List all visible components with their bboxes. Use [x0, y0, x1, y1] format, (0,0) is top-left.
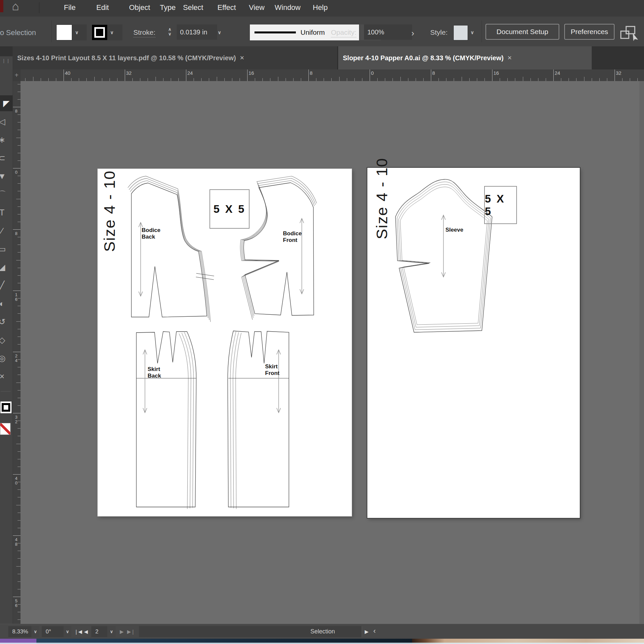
ruler-tick — [347, 78, 347, 81]
tab-title[interactable]: Sloper 4-10 Papper A0.ai @ 8.33 % (CMYK/… — [343, 54, 504, 62]
menu-view[interactable]: View — [249, 0, 264, 17]
menu-object[interactable]: Object — [129, 0, 150, 17]
first-artboard-icon[interactable]: ❘◀ — [74, 626, 82, 637]
stroke-color-control[interactable]: ∨ — [92, 24, 122, 40]
horizontal-ruler[interactable]: 40322416808162432 — [21, 69, 644, 81]
stepper-down-icon[interactable]: ∨ — [164, 32, 175, 36]
menu-effect[interactable]: Effect — [217, 0, 236, 17]
fill-swatch[interactable] — [56, 24, 72, 40]
menu-type[interactable]: Type — [160, 0, 176, 17]
ruler-tick — [18, 551, 21, 551]
app-icon[interactable] — [0, 0, 3, 12]
type-tool-icon[interactable]: T — [0, 205, 9, 220]
tab-title[interactable]: Sizes 4-10 Print Layout 8.5 X 11 layers.… — [17, 54, 236, 62]
stroke-weight-input[interactable]: 0.0139 in — [177, 24, 217, 40]
zoom-dropdown-icon[interactable]: ∨ — [31, 626, 39, 637]
ruler-label: 0 — [371, 70, 374, 76]
stroke-indicator-swatch[interactable] — [0, 401, 12, 414]
stroke-weight-label[interactable]: Stroke: — [133, 28, 156, 37]
ruler-origin-corner[interactable]: + — [13, 69, 21, 81]
next-artboard-icon[interactable]: ▶ — [120, 626, 124, 637]
ruler-tick — [18, 191, 21, 191]
paintbrush-tool-icon[interactable]: ◢ — [0, 259, 9, 275]
artboard2-size-label: Size 4 - 10 — [373, 173, 391, 239]
preferences-button[interactable]: Preferences — [564, 24, 615, 40]
status-menu-arrow-icon[interactable]: ▶ — [365, 626, 369, 637]
lasso-tool-icon[interactable]: ⊂ — [0, 150, 9, 166]
magic-wand-tool-icon[interactable]: ∗ — [0, 132, 9, 148]
last-artboard-icon[interactable]: ▶❘ — [127, 626, 135, 637]
pencil-tool-icon[interactable]: ╱ — [0, 277, 9, 293]
ruler-tick — [18, 398, 21, 398]
ruler-label: 3 2 — [13, 415, 20, 424]
home-icon[interactable]: ⌂ — [12, 0, 19, 13]
artboard-dropdown-icon[interactable]: ∨ — [107, 626, 116, 637]
ruler-tick — [18, 620, 21, 620]
menu-help[interactable]: Help — [313, 0, 328, 17]
style-swatch[interactable] — [453, 25, 468, 40]
opacity-expand-icon[interactable]: › — [411, 28, 414, 38]
ruler-tick — [18, 612, 21, 612]
zoom-level-field[interactable]: 8.33% — [8, 626, 31, 637]
scale-tool-icon[interactable]: ◇ — [0, 332, 9, 348]
artboards-icon[interactable] — [618, 25, 640, 41]
rotate-tool-icon[interactable]: ↺ — [0, 314, 9, 330]
ruler-tick — [637, 78, 638, 81]
tab-sizes-4-10-print-layout[interactable]: Sizes 4-10 Print Layout 8.5 X 11 layers.… — [13, 46, 338, 69]
pen-tool-icon[interactable]: ▼ — [0, 168, 9, 184]
ruler-tick — [18, 604, 21, 605]
vertical-ruler[interactable]: 8081 62 43 24 04 85 6 — [13, 81, 21, 624]
rotation-field[interactable]: 0° — [42, 626, 64, 637]
ruler-tick — [71, 78, 71, 81]
none-color-swatch[interactable] — [0, 423, 11, 435]
opacity-label[interactable]: Opacity: — [331, 28, 356, 37]
ruler-tick — [18, 344, 21, 345]
ruler-tick — [18, 367, 21, 367]
menu-file[interactable]: File — [64, 0, 75, 17]
chevron-down-icon[interactable]: ∨ — [218, 30, 221, 35]
vertical-scrollbar[interactable] — [639, 81, 644, 624]
document-setup-button[interactable]: Document Setup — [485, 24, 559, 40]
stroke-weight-stepper[interactable]: ∧ ∨ — [164, 25, 175, 40]
menu-window[interactable]: Window — [275, 0, 300, 17]
rotation-dropdown-icon[interactable]: ∨ — [64, 626, 71, 637]
chevron-down-icon[interactable]: ∨ — [75, 30, 78, 35]
close-icon[interactable]: × — [240, 54, 244, 62]
artboard-number-field[interactable]: 2 — [91, 626, 107, 637]
close-icon[interactable]: × — [508, 54, 512, 62]
collapse-icon[interactable]: ‹ — [373, 625, 376, 636]
menu-separator — [39, 2, 39, 13]
fill-color-control[interactable]: ∨ — [56, 24, 87, 40]
tab-sloper-4-10-papper-a0[interactable]: Sloper 4-10 Papper A0.ai @ 8.33 % (CMYK/… — [338, 46, 592, 69]
line-segment-tool-icon[interactable]: ∕ — [0, 223, 9, 239]
rectangle-tool-icon[interactable]: ▭ — [0, 241, 9, 257]
chevron-down-icon[interactable]: ∨ — [471, 30, 474, 35]
stroke-swatch[interactable] — [92, 25, 107, 40]
menu-edit[interactable]: Edit — [96, 0, 109, 17]
ruler-tick — [18, 421, 21, 421]
ruler-tick — [569, 78, 569, 81]
ruler-tick — [18, 222, 21, 222]
document-canvas[interactable]: Size 4 - 10 5 X 5 BodiceBack BodiceFront… — [21, 81, 644, 624]
document-tab-bar: Sizes 4-10 Print Layout 8.5 X 11 layers.… — [0, 46, 644, 69]
eyedropper-tool-icon[interactable]: × — [0, 368, 9, 384]
ruler-tick — [18, 268, 21, 268]
opacity-input[interactable]: 100% — [364, 24, 412, 40]
selection-tool-icon[interactable]: ◤ — [0, 95, 13, 111]
ruler-tick — [224, 78, 225, 81]
ruler-tick — [18, 298, 21, 299]
artboard-sloper-a0[interactable]: Size 4 - 10 5 X 5 Sleeve — [367, 168, 580, 518]
shaper-tool-icon[interactable]: ◐ — [0, 296, 9, 311]
panel-drag-handle[interactable]: ❘❘ — [2, 58, 11, 63]
artboard-print-layout[interactable]: Size 4 - 10 5 X 5 BodiceBack BodiceFront… — [98, 169, 352, 516]
ruler-tick — [385, 78, 385, 81]
shape-builder-tool-icon[interactable]: ◎ — [0, 350, 9, 366]
chevron-down-icon[interactable]: ∨ — [110, 30, 114, 35]
ruler-tick — [217, 77, 217, 81]
previous-artboard-icon[interactable]: ◀ — [84, 626, 88, 637]
ruler-tick — [16, 321, 21, 322]
direct-selection-tool-icon[interactable]: ◁ — [0, 114, 9, 129]
stepper-up-icon[interactable]: ∧ — [164, 27, 175, 32]
curvature-tool-icon[interactable]: ⌒ — [0, 186, 9, 202]
menu-select[interactable]: Select — [183, 0, 203, 17]
